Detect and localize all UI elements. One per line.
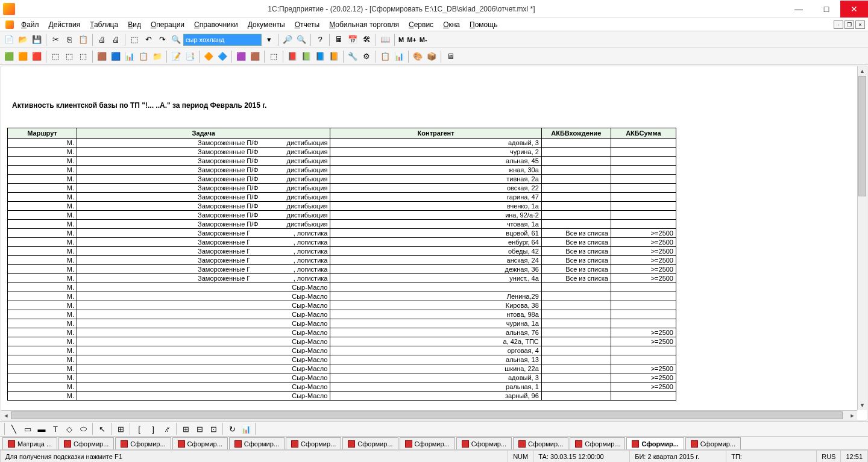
tb2-btn-17[interactable]: 🟫 bbox=[248, 50, 262, 63]
cell-akb2[interactable] bbox=[611, 211, 676, 220]
menu-сервис[interactable]: Сервис bbox=[404, 19, 438, 31]
tb2-btn-6[interactable]: ⬚ bbox=[77, 50, 90, 63]
tb2-btn-23[interactable]: 🔧 bbox=[346, 50, 359, 63]
search-input[interactable] bbox=[183, 34, 262, 46]
cell-agent[interactable]: анская, 24 bbox=[330, 256, 541, 265]
cell-akb1[interactable] bbox=[541, 211, 611, 220]
cell-akb2[interactable]: >=2500 bbox=[611, 265, 676, 274]
tab-1[interactable]: Сформир... bbox=[58, 437, 114, 449]
vscroll-thumb[interactable] bbox=[858, 76, 866, 196]
cell-akb2[interactable] bbox=[611, 392, 676, 401]
tb2-btn-27[interactable]: 🎨 bbox=[411, 50, 424, 63]
shape-tool[interactable]: ◇ bbox=[63, 422, 76, 435]
tb2-btn-13[interactable]: 📑 bbox=[183, 50, 197, 63]
cell-agent[interactable]: гарина, 47 bbox=[330, 193, 541, 202]
cell-akb1[interactable] bbox=[541, 202, 611, 211]
hscroll-thumb[interactable] bbox=[11, 411, 843, 419]
tab-12[interactable]: Сформир... bbox=[685, 437, 741, 449]
cell-task[interactable]: Сыр-Масло bbox=[77, 355, 330, 364]
tb2-btn-9[interactable]: 📊 bbox=[123, 50, 136, 63]
bracket-right-tool[interactable]: ] bbox=[146, 422, 160, 435]
menu-документы[interactable]: Документы bbox=[243, 19, 290, 31]
menu-мобильная торговля[interactable]: Мобильная торговля bbox=[324, 19, 404, 31]
table-row[interactable]: М.Замороженные П/Фдистибьюцияальная, 45 bbox=[8, 157, 676, 166]
tb2-btn-24[interactable]: ⚙ bbox=[360, 50, 373, 63]
cell-akb1[interactable] bbox=[541, 355, 611, 364]
cell-task[interactable]: Сыр-Масло bbox=[77, 382, 330, 392]
cell-akb2[interactable] bbox=[611, 202, 676, 211]
horizontal-scrollbar[interactable]: ◄ ► bbox=[1, 410, 857, 420]
cell-route[interactable]: М. bbox=[8, 247, 77, 256]
cell-akb1[interactable] bbox=[541, 392, 611, 401]
calc-button[interactable]: 🖩 bbox=[332, 33, 345, 46]
cell-akb1[interactable] bbox=[541, 373, 611, 382]
cell-akb1[interactable]: Все из списка bbox=[541, 247, 611, 256]
tab-5[interactable]: Сформир... bbox=[286, 437, 341, 449]
tb2-btn-14[interactable]: 🔶 bbox=[202, 50, 215, 63]
rect-tool[interactable]: ▭ bbox=[21, 422, 34, 435]
cell-akb2[interactable]: >=2500 bbox=[611, 274, 676, 283]
cell-akb2[interactable] bbox=[611, 346, 676, 355]
cell-agent[interactable]: нтова, 98а bbox=[330, 310, 541, 319]
merge-tool[interactable]: ⫽ bbox=[160, 422, 174, 435]
cell-akb2[interactable]: >=2500 bbox=[611, 373, 676, 382]
cell-akb2[interactable] bbox=[611, 166, 676, 175]
calendar-button[interactable]: 📅 bbox=[346, 33, 359, 46]
table-row[interactable]: М.Замороженные П/Фдистибьюциятивная, 2а bbox=[8, 175, 676, 184]
tb2-btn-4[interactable]: ⬚ bbox=[49, 50, 62, 63]
cell-agent[interactable]: чурина, 1а bbox=[330, 319, 541, 328]
line-tool[interactable]: ╲ bbox=[7, 422, 20, 435]
cell-route[interactable]: М. bbox=[8, 157, 77, 166]
cell-akb1[interactable] bbox=[541, 364, 611, 373]
cell-route[interactable]: М. bbox=[8, 220, 77, 229]
cell-akb1[interactable]: Все из списка bbox=[541, 229, 611, 238]
pointer-tool[interactable]: ↖ bbox=[95, 422, 108, 435]
cell-agent[interactable]: орговая, 4 bbox=[330, 346, 541, 355]
scroll-up-button[interactable]: ▲ bbox=[858, 66, 867, 76]
cell-route[interactable]: М. bbox=[8, 175, 77, 184]
cell-akb2[interactable] bbox=[611, 139, 676, 148]
menu-отчеты[interactable]: Отчеты bbox=[290, 19, 325, 31]
cell-akb1[interactable] bbox=[541, 346, 611, 355]
cell-task[interactable]: Сыр-Масло bbox=[77, 328, 330, 337]
cell-route[interactable]: М. bbox=[8, 337, 77, 346]
print-button[interactable]: 🖨 bbox=[95, 33, 108, 46]
cell-agent[interactable]: альная, 13 bbox=[330, 355, 541, 364]
col-akb1[interactable]: АКБВхождение bbox=[541, 128, 611, 139]
cell-route[interactable]: М. bbox=[8, 238, 77, 247]
cell-route[interactable]: М. bbox=[8, 346, 77, 355]
cell-akb1[interactable] bbox=[541, 319, 611, 328]
cell-agent[interactable]: унист., 4а bbox=[330, 274, 541, 283]
tab-11[interactable]: Сформир... bbox=[626, 437, 684, 449]
tab-8[interactable]: Сформир... bbox=[456, 437, 512, 449]
cell-agent[interactable]: чурина, 2 bbox=[330, 148, 541, 157]
cell-route[interactable]: М. bbox=[8, 355, 77, 364]
cell-task[interactable]: Замороженные Г, логистика bbox=[77, 265, 330, 274]
table-row[interactable]: М.Замороженные П/Фдистибьюцияина, 92/а-2 bbox=[8, 211, 676, 220]
cell-akb2[interactable]: >=2500 bbox=[611, 337, 676, 346]
new-button[interactable]: 📄 bbox=[2, 33, 16, 46]
cell-route[interactable]: М. bbox=[8, 364, 77, 373]
print-preview-button[interactable]: 🖨 bbox=[109, 33, 122, 46]
mdi-restore-button[interactable]: ❐ bbox=[844, 20, 854, 29]
cell-akb2[interactable] bbox=[611, 283, 676, 292]
cell-route[interactable]: М. bbox=[8, 328, 77, 337]
text-tool[interactable]: T bbox=[49, 422, 62, 435]
shape2-tool[interactable]: ⬭ bbox=[77, 422, 90, 435]
col-task[interactable]: Задача bbox=[77, 128, 330, 139]
cell-task[interactable]: Замороженные Г, логистика bbox=[77, 247, 330, 256]
cell-route[interactable]: М. bbox=[8, 292, 77, 301]
cell-route[interactable]: М. bbox=[8, 211, 77, 220]
memory-mminus-button[interactable]: М- bbox=[418, 36, 429, 43]
tb2-btn-25[interactable]: 📋 bbox=[379, 50, 392, 63]
tb2-btn-22[interactable]: 📙 bbox=[327, 50, 341, 63]
undo-button[interactable]: ↶ bbox=[142, 33, 155, 46]
table-row[interactable]: М.Сыр-Масло bbox=[8, 283, 676, 292]
cell-task[interactable]: Сыр-Масло bbox=[77, 392, 330, 401]
chart-tool[interactable]: 📊 bbox=[239, 422, 253, 435]
tb2-btn-15[interactable]: 🔷 bbox=[216, 50, 229, 63]
cell-akb1[interactable] bbox=[541, 139, 611, 148]
table-row[interactable]: М.Замороженные П/Фдистибьюцияовская, 22 bbox=[8, 184, 676, 193]
table-tool-3[interactable]: ⊡ bbox=[207, 422, 220, 435]
vertical-scrollbar[interactable]: ▲ ▼ bbox=[857, 66, 867, 410]
